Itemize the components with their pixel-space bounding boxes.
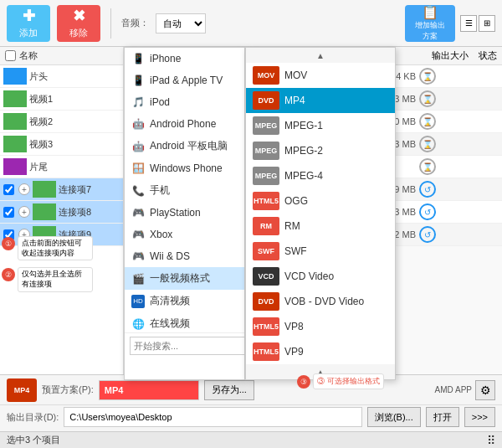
- file-item-piantou[interactable]: 片头: [0, 65, 123, 88]
- expand-connect8[interactable]: +: [18, 206, 30, 218]
- settings-button[interactable]: ⚙: [475, 380, 495, 400]
- audio-select[interactable]: 自动: [156, 13, 206, 33]
- output-dir-label: 输出目录(D):: [7, 411, 59, 424]
- format-item-ogg[interactable]: HTML5OGG: [246, 188, 395, 214]
- swf-icon: SWF: [253, 242, 279, 260]
- format-item-swf[interactable]: SWFSWF: [246, 239, 395, 264]
- output-status-0: ⌛: [419, 68, 444, 85]
- device-winphone-label: Windows Phone: [150, 162, 223, 174]
- format-item-mov[interactable]: MOVMOV: [246, 63, 395, 88]
- file-name-video1: 视频1: [29, 93, 120, 106]
- format-icon-preview: MP4: [7, 378, 37, 402]
- status-icon-6: ↺: [419, 203, 436, 220]
- device-iphone[interactable]: 📱 iPhone: [125, 48, 244, 70]
- open-button[interactable]: 打开: [426, 407, 459, 427]
- device-android-label: Android Phone: [150, 118, 216, 130]
- add-output-button[interactable]: 📋 增加输出方案: [405, 5, 455, 42]
- file-list: 名称 片头 视频1 视频2 视频3 片尾 + 连接项7: [0, 47, 124, 398]
- format-label-mov: MOV: [284, 70, 307, 81]
- thumb-connect7: [33, 181, 56, 198]
- mpeg2-icon: MPEG: [253, 142, 279, 160]
- format-item-mpeg1[interactable]: MPEGMPEG-1: [246, 113, 395, 138]
- format-item-mp4[interactable]: DVDMP4: [246, 88, 395, 113]
- status-icon-3: ⌛: [419, 136, 436, 152]
- select-all-checkbox[interactable]: [5, 50, 16, 61]
- device-video-general[interactable]: 🎬 一般视频格式: [125, 267, 244, 290]
- format-item-mpeg4[interactable]: MPEGMPEG-4: [246, 163, 395, 188]
- add-output-icon: 📋: [422, 4, 438, 20]
- more-button[interactable]: >>>: [464, 407, 495, 427]
- add-icon: ✚: [23, 7, 35, 25]
- view-list-icon[interactable]: ☰: [460, 15, 477, 32]
- thumb-video3: [3, 136, 27, 152]
- file-item-pianwei[interactable]: 片尾: [0, 156, 123, 178]
- preset-label: 预置方案(P):: [42, 384, 94, 396]
- add-button[interactable]: ✚ 添加: [7, 5, 50, 42]
- device-video-general-label: 一般视频格式: [150, 271, 210, 286]
- device-online[interactable]: 🌐 在线视频: [125, 312, 244, 332]
- checkbox-connect7[interactable]: [3, 184, 14, 195]
- file-item-video3[interactable]: 视频3: [0, 133, 123, 156]
- output-status-2: ⌛: [419, 113, 444, 130]
- browse-button[interactable]: 浏览(B)...: [367, 407, 421, 427]
- remove-button[interactable]: ✖ 移除: [57, 5, 100, 42]
- device-menu: 📱 iPhone 📱 iPad & Apple TV 🎵 iPod 🤖 Andr…: [124, 47, 245, 380]
- view-grid-icon[interactable]: ⊞: [479, 15, 495, 32]
- output-status-4: ⌛: [419, 158, 444, 175]
- ogg-icon: HTML5: [253, 192, 279, 210]
- checkbox-connect8[interactable]: [3, 207, 14, 218]
- file-name-connect8: 连接项8: [59, 206, 120, 219]
- format-scroll-up[interactable]: ▲: [246, 48, 395, 63]
- expand-connect7[interactable]: +: [18, 183, 30, 195]
- amd-label: AMD APP: [435, 385, 472, 394]
- format-item-vp9[interactable]: HTML5VP9: [246, 339, 395, 364]
- output-path-input[interactable]: [64, 407, 362, 427]
- add-label: 添加: [19, 27, 38, 39]
- format-label-mpeg1: MPEG-1: [284, 120, 323, 131]
- device-playstation[interactable]: 🎮 PlayStation: [125, 202, 244, 224]
- format-label-vp9: VP9: [284, 346, 304, 358]
- device-android-tablet[interactable]: 🤖 Android 平板电脑: [125, 135, 244, 157]
- device-ipad-label: iPad & Apple TV: [150, 75, 223, 86]
- output-status-5: ↺: [419, 181, 444, 198]
- mp4-icon: DVD: [253, 91, 279, 110]
- device-ipad[interactable]: 📱 iPad & Apple TV: [125, 70, 244, 91]
- format-item-mpeg2[interactable]: MPEGMPEG-2: [246, 138, 395, 163]
- device-android[interactable]: 🤖 Android Phone: [125, 113, 244, 135]
- device-xbox-label: Xbox: [150, 229, 172, 240]
- file-name-pianwei: 片尾: [29, 161, 120, 173]
- file-item-video1[interactable]: 视频1: [0, 88, 123, 111]
- device-winphone[interactable]: 🪟 Windows Phone: [125, 157, 244, 179]
- status-icon-1: ⌛: [419, 90, 436, 107]
- format-item-rm[interactable]: RMRM: [246, 214, 395, 239]
- output-status-6: ↺: [419, 203, 444, 220]
- format-item-vp8[interactable]: HTML5VP8: [246, 314, 395, 339]
- device-phone[interactable]: 📞 手机: [125, 179, 244, 202]
- file-item-connect7[interactable]: + 连接项7: [0, 178, 123, 201]
- preset-input[interactable]: [99, 380, 199, 400]
- format-item-vob[interactable]: DVDVOB - DVD Video: [246, 289, 395, 314]
- winphone-icon: 🪟: [131, 162, 145, 175]
- device-wii[interactable]: 🎮 Wii & DS: [125, 245, 244, 267]
- device-android-tablet-label: Android 平板电脑: [150, 139, 228, 153]
- device-ipod[interactable]: 🎵 iPod: [125, 91, 244, 113]
- xbox-icon: 🎮: [131, 228, 145, 241]
- vcd-icon: VCD: [253, 267, 279, 286]
- annotation-3-text: ③ 可选择输出格式: [313, 373, 384, 389]
- save-as-button[interactable]: 另存为...: [204, 380, 254, 400]
- file-item-video2[interactable]: 视频2: [0, 111, 123, 133]
- thumb-video2: [3, 113, 27, 130]
- dropdown-overlay: 📱 iPhone 📱 iPad & Apple TV 🎵 iPod 🤖 Andr…: [124, 47, 396, 380]
- rm-icon: RM: [253, 217, 279, 235]
- annotation-2-container: ② 仅勾选并且全选所有连接项: [2, 267, 93, 291]
- file-item-connect8[interactable]: + 连接项8: [0, 201, 123, 224]
- device-xbox[interactable]: 🎮 Xbox: [125, 224, 244, 245]
- format-item-vcd[interactable]: VCDVCD Video: [246, 264, 395, 289]
- video-general-icon: 🎬: [131, 272, 145, 286]
- thumb-pianwei: [3, 158, 27, 175]
- format-label-vob: VOB - DVD Video: [284, 296, 364, 307]
- device-search-area: 🔍: [125, 332, 244, 358]
- device-hd-video[interactable]: HD 高清视频: [125, 290, 244, 312]
- annotation-area: ① 点击前面的按钮可收起连接项内容 ② 仅勾选并且全选所有连接项: [2, 236, 93, 292]
- device-search-input[interactable]: [130, 337, 245, 355]
